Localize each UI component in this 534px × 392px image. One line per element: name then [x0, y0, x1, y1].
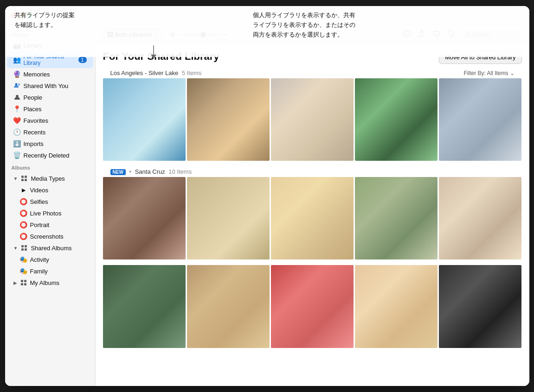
svg-rect-5: [21, 176, 24, 178]
live-photos-icon: ⭕: [20, 209, 27, 217]
photo-cell[interactable]: [187, 265, 270, 348]
photo-cell[interactable]: [271, 265, 354, 348]
section1-location: Los Angeles - Silver Lake 5 Items: [110, 70, 202, 76]
sidebar-item-recents[interactable]: 🕐 Recents: [7, 126, 93, 138]
shared-library-badge: 1: [78, 57, 87, 63]
filter-dropdown[interactable]: Filter By: All Items ⌄: [463, 70, 514, 76]
new-badge: NEW: [110, 169, 126, 175]
photos-scroll[interactable]: Los Angeles - Silver Lake 5 Items Filter…: [96, 68, 529, 386]
svg-rect-7: [21, 179, 24, 181]
titlebar: [5, 6, 529, 25]
photo-cell[interactable]: [271, 78, 354, 161]
photo-grid-3: [103, 265, 522, 348]
svg-line-21: [469, 35, 470, 37]
sidebar-section-albums: Albums: [5, 161, 95, 172]
imports-icon: ⬇️: [13, 140, 21, 147]
svg-point-2: [15, 83, 17, 86]
portrait-icon: ⭕: [20, 221, 27, 228]
photo-cell[interactable]: [187, 177, 270, 259]
minimize-button[interactable]: [19, 13, 25, 18]
photo-cell[interactable]: [439, 78, 521, 161]
photo-cell[interactable]: [439, 265, 521, 348]
zoom-plus-label: +: [224, 31, 227, 38]
memories-icon: 🔮: [13, 70, 21, 78]
screen-icon: 🖥: [169, 31, 175, 38]
zoom-thumb: [200, 32, 206, 38]
section2-location: NEW • Santa Cruz 10 Items: [110, 168, 192, 175]
sidebar-item-my-albums[interactable]: ▶ My Albums: [7, 277, 93, 288]
favorite-button[interactable]: [432, 29, 441, 40]
library-icon: 📷: [13, 42, 21, 49]
maximize-button[interactable]: [27, 13, 33, 18]
sidebar-item-memories[interactable]: 🔮 Memories: [7, 69, 93, 80]
expand-media-types-icon: ▼: [13, 176, 18, 181]
family-icon: 🎭: [20, 267, 27, 275]
sidebar-item-portrait[interactable]: ⭕ Portrait: [7, 219, 93, 230]
search-box[interactable]: [462, 30, 522, 39]
sidebar-item-media-types[interactable]: ▼ Media Types: [7, 173, 93, 184]
library-selector-label: Both Libraries: [115, 31, 152, 38]
sidebar-item-imports[interactable]: ⬇️ Imports: [7, 138, 93, 149]
sidebar-section-photos: Photos: [5, 28, 95, 39]
sidebar: Photos 📷 Library 👥 For Your Shared Libra…: [5, 25, 96, 386]
sidebar-item-library[interactable]: 📷 Library: [7, 40, 93, 51]
section2-header: NEW • Santa Cruz 10 Items: [103, 166, 522, 177]
deleted-icon: 🗑️: [13, 152, 21, 159]
library-selector[interactable]: 🖼 Both Libraries ⌄: [103, 29, 162, 40]
toolbar: 🖼 Both Libraries ⌄ 🖥 — + 1,743 Photos: [96, 25, 529, 45]
svg-rect-11: [21, 248, 24, 251]
library-selector-icon: 🖼: [107, 31, 113, 38]
expand-shared-albums-icon: ▼: [13, 246, 18, 251]
search-icon: [465, 32, 471, 38]
sidebar-item-shared-with-you[interactable]: Shared With You: [7, 80, 93, 91]
svg-rect-13: [21, 280, 23, 282]
share-button[interactable]: [417, 29, 426, 40]
photo-cell[interactable]: [355, 177, 437, 259]
sidebar-item-favorites[interactable]: ❤️ Favorites: [7, 115, 93, 126]
places-icon: 📍: [13, 105, 21, 113]
sidebar-item-shared-albums[interactable]: ▼ Shared Albums: [7, 242, 93, 253]
sidebar-item-live-photos[interactable]: ⭕ Live Photos: [7, 208, 93, 219]
screenshots-icon: ⭕: [20, 233, 27, 240]
activity-icon: 🎭: [20, 256, 27, 263]
svg-rect-14: [24, 280, 26, 282]
photo-cell[interactable]: [103, 78, 186, 161]
sidebar-item-shared-library[interactable]: 👥 For Your Shared Library 1: [7, 51, 93, 68]
sidebar-item-selfies[interactable]: ⭕ Selfies: [7, 196, 93, 207]
photo-cell[interactable]: [103, 177, 186, 259]
zoom-minus-label: —: [177, 32, 183, 38]
photo-cell[interactable]: [187, 78, 270, 161]
zoom-slider[interactable]: [185, 34, 222, 36]
chevron-down-icon: ⌄: [154, 32, 158, 37]
photo-cell[interactable]: [271, 177, 354, 259]
search-input[interactable]: [473, 32, 515, 38]
photo-cell[interactable]: [103, 265, 186, 348]
sidebar-item-activity[interactable]: 🎭 Activity: [7, 254, 93, 265]
photo-count: 1,743 Photos: [231, 31, 398, 38]
rotate-button[interactable]: [447, 29, 456, 40]
move-all-button[interactable]: Move All to Shared Library: [439, 51, 521, 64]
media-types-icon: [20, 175, 28, 182]
sidebar-item-screenshots[interactable]: ⭕ Screenshots: [7, 231, 93, 242]
photo-cell[interactable]: [439, 177, 521, 259]
favorites-icon: ❤️: [13, 117, 21, 124]
close-button[interactable]: [11, 13, 16, 18]
sidebar-item-family[interactable]: 🎭 Family: [7, 266, 93, 277]
my-albums-icon: [20, 279, 27, 286]
sidebar-item-recently-deleted[interactable]: 🗑️ Recently Deleted: [7, 150, 93, 161]
sidebar-item-people[interactable]: People: [7, 92, 93, 103]
sidebar-item-videos[interactable]: ▶ Videos: [7, 184, 93, 196]
main-layout: Photos 📷 Library 👥 For Your Shared Libra…: [5, 25, 529, 386]
filter-chevron-icon: ⌄: [510, 70, 515, 76]
sidebar-item-places[interactable]: 📍 Places: [7, 103, 93, 114]
svg-rect-12: [25, 248, 27, 251]
svg-point-19: [406, 32, 407, 33]
info-button[interactable]: [402, 29, 412, 40]
photo-cell[interactable]: [355, 265, 437, 348]
people-icon: [13, 94, 21, 101]
photo-cell[interactable]: [355, 78, 437, 161]
shared-library-icon: 👥: [13, 56, 21, 63]
section2-dot: •: [129, 168, 131, 175]
section1-header: Los Angeles - Silver Lake 5 Items Filter…: [103, 68, 522, 78]
zoom-controls: 🖥 — +: [169, 31, 227, 38]
